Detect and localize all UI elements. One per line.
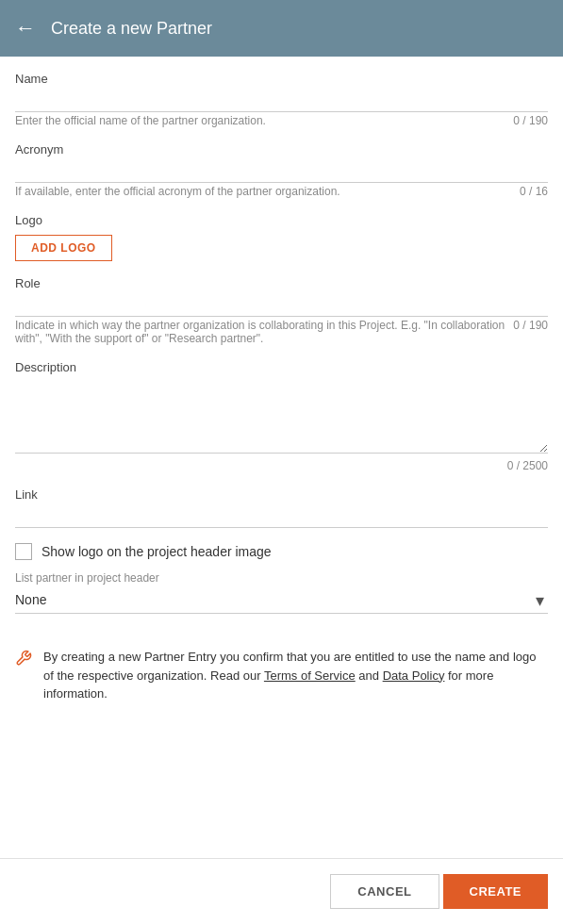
name-counter: 0 / 190 [513, 114, 548, 127]
form-body: Name Enter the official name of the part… [0, 57, 563, 858]
terms-of-service-link[interactable]: Terms of Service [264, 668, 356, 683]
link-label: Link [15, 487, 548, 502]
select-label: List partner in project header [15, 571, 548, 585]
acronym-hint: If available, enter the official acronym… [15, 185, 512, 198]
list-partner-select[interactable]: None Top Bottom Left Right [15, 586, 548, 614]
create-button[interactable]: CREATE [443, 874, 548, 909]
name-input[interactable] [15, 90, 548, 112]
role-counter: 0 / 190 [513, 319, 548, 332]
description-textarea-wrapper [15, 378, 548, 457]
disclaimer-section: By creating a new Partner Entry you conf… [15, 629, 548, 718]
logo-section: Logo ADD LOGO [15, 213, 548, 261]
acronym-input[interactable] [15, 160, 548, 183]
header: ← Create a new Partner [0, 0, 563, 57]
name-hint: Enter the official name of the partner o… [15, 114, 505, 127]
description-field-group: Description 0 / 2500 [15, 360, 548, 472]
add-logo-button[interactable]: ADD LOGO [15, 235, 112, 261]
role-field-group: Role Indicate in which way the partner o… [15, 276, 548, 345]
role-label: Role [15, 276, 548, 290]
role-hint: Indicate in which way the partner organi… [15, 319, 505, 345]
show-logo-label: Show logo on the project header image [41, 544, 272, 559]
data-policy-link[interactable]: Data Policy [383, 668, 445, 683]
back-icon: ← [15, 16, 36, 41]
description-label: Description [15, 360, 548, 374]
show-logo-checkbox[interactable] [15, 543, 32, 560]
description-textarea[interactable] [15, 378, 548, 454]
name-label: Name [15, 72, 548, 86]
disclaimer-text-2: and [356, 668, 383, 683]
wrench-icon [15, 650, 32, 671]
description-counter: 0 / 2500 [15, 459, 548, 472]
cancel-button[interactable]: CANCEL [330, 874, 439, 909]
footer-actions: CANCEL CREATE [0, 858, 563, 924]
acronym-field-group: Acronym If available, enter the official… [15, 142, 548, 198]
logo-label: Logo [15, 213, 548, 227]
link-input[interactable] [15, 505, 548, 528]
acronym-label: Acronym [15, 142, 548, 157]
select-wrapper: None Top Bottom Left Right ▾ [15, 586, 548, 614]
back-button[interactable]: ← [15, 16, 36, 41]
role-input[interactable] [15, 294, 548, 317]
name-field-group: Name Enter the official name of the part… [15, 72, 548, 127]
list-partner-field-group: List partner in project header None Top … [15, 571, 548, 614]
disclaimer-text: By creating a new Partner Entry you conf… [43, 648, 548, 703]
page-title: Create a new Partner [51, 19, 212, 39]
show-logo-checkbox-row: Show logo on the project header image [15, 543, 548, 560]
link-field-group: Link [15, 487, 548, 528]
acronym-counter: 0 / 16 [520, 185, 548, 198]
